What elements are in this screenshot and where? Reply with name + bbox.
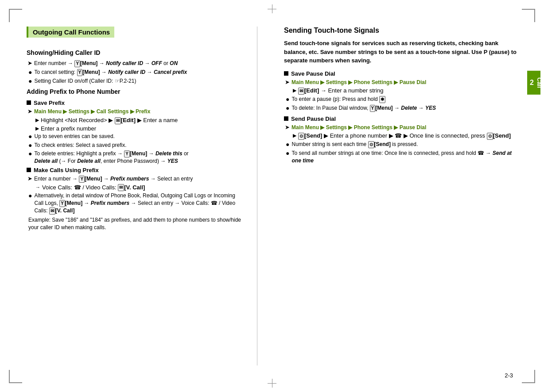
save-prefix-bullet3-content: To delete entries: Highlight a prefix → … — [34, 150, 188, 165]
corner-br — [522, 370, 535, 383]
content-area: Outgoing Call Functions Showing/Hiding C… — [27, 27, 517, 365]
bullet-circle-9: ● — [286, 141, 289, 148]
chapter-tab: 2 Call — [527, 71, 540, 95]
make-calls-bullet1-content: Alternatively, in detail window of Phone… — [34, 192, 244, 214]
send-key-1: ⊙ — [298, 133, 304, 140]
y-key-2: Y — [77, 69, 83, 76]
y-key-6: Y — [370, 105, 376, 112]
showing-hiding-title: Showing/Hiding Caller ID — [27, 49, 244, 56]
page-container: Outgoing Call Functions Showing/Hiding C… — [0, 0, 544, 392]
save-pause-arrow1: ➤ Main Menu ▶ Settings ▶ Phone Settings … — [284, 79, 517, 86]
bullet-circle-3: ● — [28, 133, 32, 140]
corner-bl — [9, 370, 22, 383]
bullet-circle-1: ● — [28, 69, 32, 76]
right-column: Sending Touch-tone Signals Send touch-to… — [257, 27, 517, 365]
send-pause-bullet1: ● Number string is sent each time ⊙[Send… — [284, 141, 517, 148]
showing-bullet2-content: Setting Caller ID on/off (Caller ID: ☞P.… — [34, 77, 136, 85]
showing-bullet1-content: To cancel setting: Y[Menu] → Notify call… — [34, 69, 187, 76]
save-pause-arrow1-content: Main Menu ▶ Settings ▶ Phone Settings ▶ … — [291, 79, 426, 86]
arrow-sym-1: ➤ — [27, 60, 32, 66]
corner-tr — [522, 9, 535, 22]
showing-bullet1: ● To cancel setting: Y[Menu] → Notify ca… — [27, 69, 244, 76]
showing-arrow1-content: Enter number → Y[Menu] → Notify caller I… — [34, 60, 178, 67]
tab-label: Call — [536, 77, 543, 88]
bullet-circle-7: ● — [286, 96, 289, 103]
save-prefix-arrow1-content: Main Menu ▶ Settings ▶ Call Settings ▶ P… — [34, 108, 150, 115]
right-intro: Send touch-tone signals for services suc… — [284, 39, 517, 65]
save-prefix-bullet1: ● Up to seven entries can be saved. — [27, 133, 244, 140]
bullet-circle-4: ● — [28, 142, 32, 149]
save-pause-heading-row: Save Pause Dial — [284, 70, 517, 77]
save-pause-bullet1-content: To enter a pause (p): Press and hold ✱ — [291, 96, 385, 103]
send-pause-arrow1: ➤ Main Menu ▶ Settings ▶ Phone Settings … — [284, 124, 517, 131]
adding-prefix-title: Adding Prefix to Phone Number — [27, 88, 244, 95]
send-pause-heading-row: Send Pause Dial — [284, 115, 517, 122]
save-prefix-sub1-content: Highlight <Not Recorded> ▶ ✉[Edit] ▶ Ent… — [41, 117, 178, 124]
send-pause-bullet2-content: To send all number strings at one time: … — [291, 150, 517, 165]
black-square-2 — [27, 168, 31, 172]
star-key-1: ✱ — [379, 96, 385, 103]
save-pause-bullet1: ● To enter a pause (p): Press and hold ✱ — [284, 96, 517, 103]
vcall-key-2: ✉ — [49, 208, 55, 215]
make-calls-bullet1: ● Alternatively, in detail window of Pho… — [27, 192, 244, 214]
send-pause-arrow1-content: Main Menu ▶ Settings ▶ Phone Settings ▶ … — [291, 124, 426, 131]
save-prefix-bullet2-content: To check entries: Select a saved prefix. — [34, 142, 126, 149]
tri-5: ▶ — [293, 133, 296, 138]
make-calls-heading: Make Calls Using Prefix — [34, 167, 99, 173]
page-number: 2-3 — [505, 372, 513, 379]
tri-3: → — [35, 184, 40, 190]
bullet-circle-10: ● — [286, 150, 289, 157]
save-prefix-sub1: ▶ Highlight <Not Recorded> ▶ ✉[Edit] ▶ E… — [27, 117, 244, 124]
showing-arrow1: ➤ Enter number → Y[Menu] → Notify caller… — [27, 60, 244, 67]
make-calls-arrow1: ➤ Enter a number → Y[Menu] → Prefix numb… — [27, 175, 244, 183]
send-pause-bullet1-content: Number string is sent each time ⊙[Send] … — [291, 141, 418, 148]
y-key-3: Y — [124, 150, 130, 158]
right-section-title: Sending Touch-tone Signals — [284, 27, 517, 35]
left-section-title: Outgoing Call Functions — [33, 28, 110, 36]
make-calls-arrow1-content: Enter a number → Y[Menu] → Prefix number… — [34, 175, 193, 183]
save-prefix-bullet1-content: Up to seven entries can be saved. — [34, 133, 114, 140]
save-prefix-bullet3: ● To delete entries: Highlight a prefix … — [27, 150, 244, 165]
save-prefix-sub2: ▶ Enter a prefix number — [27, 125, 244, 132]
vcall-key-1: ✉ — [118, 184, 124, 191]
save-pause-sub1-content: ✉[Edit] → Enter a number string — [298, 87, 383, 95]
right-col-inner: Sending Touch-tone Signals Send touch-to… — [271, 27, 517, 164]
menu-key-1: Y — [74, 60, 80, 67]
send-pause-heading: Send Pause Dial — [291, 115, 336, 122]
arrow-sym-3: ➤ — [27, 175, 32, 182]
crosshair-bottom — [268, 379, 276, 388]
send-key-3: ⊙ — [368, 141, 374, 148]
make-calls-heading-row: Make Calls Using Prefix — [27, 167, 244, 173]
save-prefix-sub2-content: Enter a prefix number — [41, 125, 96, 132]
y-key-5: Y — [59, 200, 65, 207]
left-section-header: Outgoing Call Functions — [27, 27, 114, 38]
edit-key-1: ✉ — [115, 117, 121, 124]
tab-number: 2 — [530, 79, 534, 87]
arrow-sym-2: ➤ — [27, 108, 32, 115]
save-pause-sub1: ▶ ✉[Edit] → Enter a number string — [284, 87, 517, 95]
save-pause-bullet2-content: To delete: In Pause Dial window, Y[Menu]… — [291, 104, 436, 112]
save-pause-heading: Save Pause Dial — [291, 70, 335, 77]
tri-2: ▶ — [35, 126, 39, 131]
make-calls-sub1-content: Voice Calls: ☎ / Video Calls: ✉[V. Call] — [42, 184, 145, 192]
save-prefix-arrow1: ➤ Main Menu ▶ Settings ▶ Call Settings ▶… — [27, 108, 244, 115]
black-square-3 — [284, 71, 288, 76]
crosshair-top — [268, 4, 276, 13]
corner-tl — [9, 9, 22, 22]
send-pause-sub1-content: ⊙[Send] ▶ Enter a phone number ▶ ☎ ▶ Onc… — [298, 132, 511, 140]
left-column: Outgoing Call Functions Showing/Hiding C… — [27, 27, 257, 365]
example-text: Example: Save "186" and "184" as prefixe… — [27, 216, 244, 231]
save-prefix-bullet2: ● To check entries: Select a saved prefi… — [27, 142, 244, 149]
save-prefix-heading: Save Prefix — [34, 100, 65, 106]
send-pause-sub1: ▶ ⊙[Send] ▶ Enter a phone number ▶ ☎ ▶ O… — [284, 132, 517, 140]
tri-1: ▶ — [35, 117, 39, 123]
black-square-1 — [27, 100, 31, 105]
bullet-circle-8: ● — [286, 104, 289, 112]
save-pause-bullet2: ● To delete: In Pause Dial window, Y[Men… — [284, 104, 517, 112]
bullet-circle-2: ● — [28, 77, 32, 85]
arrow-sym-4: ➤ — [285, 79, 290, 85]
black-square-4 — [284, 116, 288, 121]
showing-bullet2: ● Setting Caller ID on/off (Caller ID: ☞… — [27, 77, 244, 85]
send-key-2: ⊙ — [487, 133, 493, 140]
bullet-circle-5: ● — [28, 150, 32, 158]
